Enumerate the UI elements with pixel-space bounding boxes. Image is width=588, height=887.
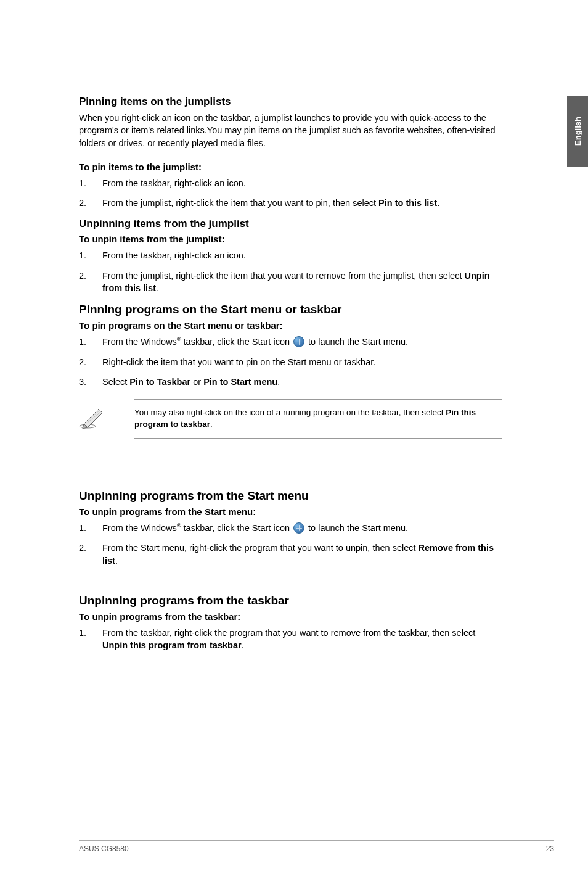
step-number: 1. — [79, 627, 102, 652]
list-item: 2. From the jumplist, right-click the it… — [79, 197, 502, 209]
step-number: 2. — [79, 356, 102, 368]
howto-unpin-startmenu: To unpin programs from the Start menu: — [79, 506, 502, 517]
list-item: 2. From the Start menu, right-click the … — [79, 542, 502, 567]
note-pencil-icon — [79, 399, 134, 439]
step-text: Select Pin to Taskbar or Pin to Start me… — [102, 376, 502, 388]
step-number: 1. — [79, 177, 102, 189]
note-text: You may also right-click on the icon of … — [134, 399, 502, 439]
steps-unpin-jumplist: 1. From the taskbar, right-click an icon… — [79, 249, 502, 294]
step-text: From the taskbar, right-click an icon. — [102, 177, 502, 189]
language-tab: English — [567, 96, 588, 167]
list-item: 1. From the Windows® taskbar, click the … — [79, 522, 502, 534]
howto-pin-jumplist: To pin items to the jumplist: — [79, 162, 502, 172]
list-item: 1. From the taskbar, right-click an icon… — [79, 249, 502, 262]
step-number: 1. — [79, 336, 102, 348]
list-item: 1. From the taskbar, right-click the pro… — [79, 627, 502, 652]
heading-pinning-programs: Pinning programs on the Start menu or ta… — [79, 303, 502, 316]
step-number: 2. — [79, 270, 102, 295]
list-item: 1. From the taskbar, right-click an icon… — [79, 177, 502, 189]
step-number: 1. — [79, 522, 102, 534]
intro-paragraph: When you right-click an icon on the task… — [79, 112, 502, 149]
list-item: 2. From the jumplist, right-click the it… — [79, 270, 502, 295]
registered-mark: ® — [177, 522, 181, 529]
step-text: From the jumplist, right-click the item … — [102, 197, 502, 209]
registered-mark: ® — [177, 337, 181, 343]
footer-model: ASUS CG8580 — [79, 844, 129, 853]
list-item: 1. From the Windows® taskbar, click the … — [79, 336, 502, 348]
heading-pinning-jumplists: Pinning items on the jumplists — [79, 96, 502, 108]
step-number: 3. — [79, 376, 102, 388]
steps-pin-jumplist: 1. From the taskbar, right-click an icon… — [79, 177, 502, 210]
step-number: 2. — [79, 542, 102, 567]
windows-start-icon — [293, 522, 304, 534]
windows-start-icon — [293, 336, 304, 347]
howto-unpin-taskbar: To unpin programs from the taskbar: — [79, 611, 502, 622]
howto-unpin-jumplist: To unpin items from the jumplist: — [79, 234, 502, 244]
howto-pin-programs: To pin programs on the Start menu or tas… — [79, 320, 502, 331]
step-text: From the Windows® taskbar, click the Sta… — [102, 522, 502, 534]
list-item: 3. Select Pin to Taskbar or Pin to Start… — [79, 376, 502, 388]
page-content: Pinning items on the jumplists When you … — [0, 0, 536, 652]
list-item: 2. Right-click the item that you want to… — [79, 356, 502, 368]
heading-unpinning-startmenu: Unpinning programs from the Start menu — [79, 489, 502, 503]
language-label: English — [573, 117, 582, 146]
note-box: You may also right-click on the icon of … — [79, 399, 502, 439]
steps-unpin-taskbar: 1. From the taskbar, right-click the pro… — [79, 627, 502, 652]
step-text: Right-click the item that you want to pi… — [102, 356, 502, 368]
steps-unpin-startmenu: 1. From the Windows® taskbar, click the … — [79, 522, 502, 567]
steps-pin-programs: 1. From the Windows® taskbar, click the … — [79, 336, 502, 388]
page-footer: ASUS CG8580 23 — [79, 840, 554, 853]
heading-unpinning-taskbar: Unpinning programs from the taskbar — [79, 594, 502, 608]
step-text: From the taskbar, right-click an icon. — [102, 249, 502, 262]
footer-page-number: 23 — [546, 844, 554, 853]
step-text: From the Start menu, right-click the pro… — [102, 542, 502, 567]
step-number: 2. — [79, 197, 102, 209]
step-text: From the Windows® taskbar, click the Sta… — [102, 336, 502, 348]
step-text: From the taskbar, right-click the progra… — [102, 627, 502, 652]
heading-unpinning-jumplist: Unpinning items from the jumplist — [79, 218, 502, 230]
step-text: From the jumplist, right-click the item … — [102, 270, 502, 295]
step-number: 1. — [79, 249, 102, 262]
